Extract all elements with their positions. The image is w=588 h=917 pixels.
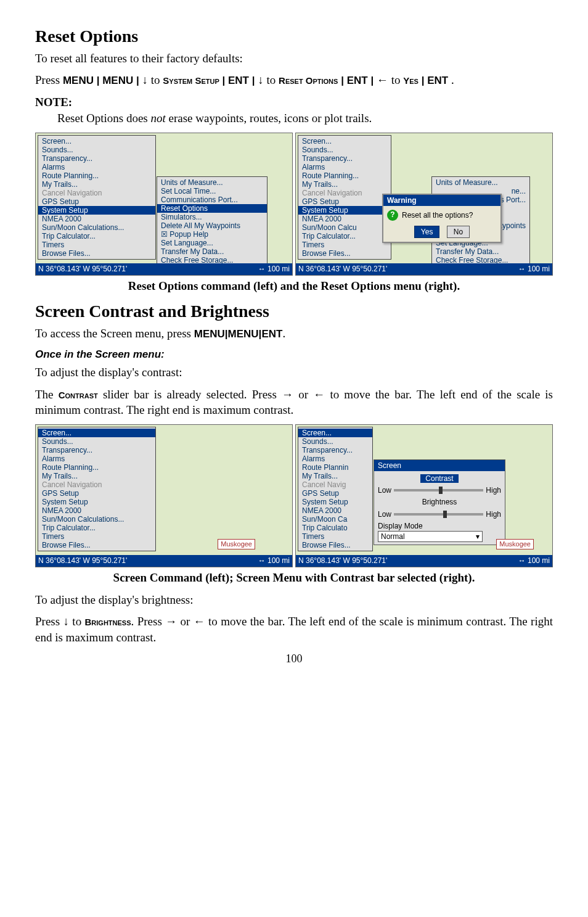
menu-item[interactable]: Sounds...: [298, 437, 372, 446]
menu-item[interactable]: Route Planning...: [298, 171, 391, 180]
contrast-slider[interactable]: Low High: [378, 485, 501, 495]
menu-item[interactable]: Sun/Moon Calculations...: [38, 223, 155, 232]
figure-screen-menu: Screen... Sounds... Transparency... Alar…: [35, 424, 553, 567]
menu-item[interactable]: Route Planning...: [38, 171, 155, 180]
submenu-item[interactable]: Transfer My Data...: [432, 247, 529, 256]
t: Press: [35, 73, 63, 86]
menu-item[interactable]: My Trails...: [38, 180, 155, 189]
menu-item[interactable]: GPS Setup: [38, 489, 155, 498]
menu-item[interactable]: GPS Setup: [298, 489, 372, 498]
menu-item[interactable]: Alarms: [298, 454, 372, 463]
adjust-contrast: To adjust the display's contrast:: [35, 364, 553, 380]
arrow-down-icon: ↓: [142, 73, 149, 86]
menu-item[interactable]: Timers: [38, 532, 155, 541]
t: .: [451, 73, 454, 86]
menu-item-screen[interactable]: Screen...: [298, 429, 372, 437]
menu-item[interactable]: Timers: [298, 532, 372, 541]
menu-item[interactable]: Sounds...: [38, 437, 155, 446]
t: To access the Screen menu, press: [35, 327, 194, 340]
screenshot-right: Screen... Sounds... Transparency... Alar…: [295, 424, 553, 567]
submenu-item-reset-options[interactable]: Reset Options: [157, 204, 267, 213]
menu-item-disabled: Cancel Navigation: [38, 189, 155, 197]
dialog-title: Screen: [374, 460, 505, 471]
key-ent: ENT: [347, 75, 368, 86]
menu-item[interactable]: Alarms: [38, 454, 155, 463]
menu-item-system-setup[interactable]: System Setup: [298, 206, 391, 215]
submenu-item[interactable]: Simulators...: [157, 213, 267, 221]
display-mode-dropdown[interactable]: Normal ▾: [378, 531, 483, 542]
menu-item[interactable]: Trip Calculator...: [298, 232, 391, 241]
smallcaps-system-setup: System Setup: [163, 75, 219, 86]
menu-item[interactable]: Sounds...: [298, 146, 391, 154]
menu-item[interactable]: My Trails...: [298, 180, 391, 189]
menu-item[interactable]: Sun/Moon Calcu: [298, 223, 391, 232]
menu-item[interactable]: NMEA 2000: [38, 215, 155, 223]
menu-item[interactable]: NMEA 2000: [38, 506, 155, 515]
menu-item[interactable]: Trip Calculator...: [38, 524, 155, 532]
menu-item[interactable]: Browse Files...: [38, 249, 155, 258]
instruction-reset: Press MENU | MENU | ↓ to System Setup | …: [35, 72, 553, 88]
coords: N 36°08.143' W 95°50.271': [38, 556, 127, 566]
menu-item[interactable]: Transparency...: [38, 154, 155, 163]
no-button[interactable]: No: [447, 226, 470, 238]
menu-item[interactable]: System Setup: [38, 498, 155, 506]
menu-item-disabled: Cancel Navig: [298, 480, 372, 489]
menu-item-screen[interactable]: Screen...: [38, 429, 155, 437]
menu-item[interactable]: Browse Files...: [298, 249, 391, 258]
menu-item[interactable]: Timers: [38, 241, 155, 249]
t: Press ↓ to: [35, 615, 85, 628]
heading-reset-options: Reset Options: [35, 25, 553, 48]
menu-item[interactable]: Trip Calculator...: [38, 232, 155, 241]
slider-track: [394, 513, 483, 516]
menu-item[interactable]: GPS Setup: [298, 197, 391, 206]
intro-reset: To reset all features to their factory d…: [35, 51, 553, 67]
submenu-item[interactable]: Transfer My Data...: [157, 247, 267, 256]
slider-thumb[interactable]: [443, 511, 447, 518]
adjust-brightness: To adjust the display's brightness:: [35, 592, 553, 608]
submenu-item[interactable]: Delete All My Waypoints: [157, 221, 267, 230]
menu-item[interactable]: Sun/Moon Calculations...: [38, 515, 155, 524]
menu-item[interactable]: Trip Calculato: [298, 524, 372, 532]
status-bar: N 36°08.143' W 95°50.271' ↔ 100 mi: [296, 555, 552, 567]
smallcaps-contrast: Contrast: [59, 390, 98, 400]
submenu-item[interactable]: Set Language...: [157, 239, 267, 247]
menu-item-system-setup[interactable]: System Setup: [38, 206, 155, 215]
high-label: High: [486, 485, 501, 495]
menu-item[interactable]: Sounds...: [38, 146, 155, 154]
menu-item[interactable]: NMEA 2000: [298, 506, 372, 515]
submenu-item[interactable]: Communications Port...: [157, 195, 267, 204]
menu-item[interactable]: My Trails...: [38, 472, 155, 480]
t: to: [267, 73, 279, 86]
sep: |: [222, 75, 225, 86]
yes-button[interactable]: Yes: [414, 226, 440, 238]
menu-item[interactable]: Transparency...: [298, 446, 372, 454]
menu-item[interactable]: Transparency...: [298, 154, 391, 163]
submenu-item[interactable]: Units of Measure...: [157, 178, 267, 187]
brightness-slider[interactable]: Low High: [378, 509, 501, 519]
menu-item[interactable]: Route Plannin: [298, 463, 372, 472]
menu-item[interactable]: Transparency...: [38, 446, 155, 454]
submenu-item[interactable]: Units of Measure...: [432, 178, 529, 187]
submenu-item[interactable]: Set Local Time...: [157, 187, 267, 195]
slider-thumb[interactable]: [439, 487, 443, 494]
menu-item[interactable]: Route Planning...: [38, 463, 155, 472]
low-label: Low: [378, 485, 391, 495]
menu-item[interactable]: Alarms: [298, 163, 391, 171]
menu-item[interactable]: GPS Setup: [38, 197, 155, 206]
menu-item[interactable]: Browse Files...: [298, 541, 372, 549]
menu-item[interactable]: Screen...: [38, 137, 155, 146]
menu-item[interactable]: NMEA 2000: [298, 215, 391, 223]
t: to: [151, 73, 163, 86]
smallcaps-reset-options: Reset Options: [279, 75, 338, 86]
submenu-item[interactable]: ☒ Popup Help: [157, 230, 267, 239]
menu-item[interactable]: Sun/Moon Ca: [298, 515, 372, 524]
high-label: High: [486, 509, 501, 519]
menu-item[interactable]: My Trails...: [298, 472, 372, 480]
menu-item[interactable]: Alarms: [38, 163, 155, 171]
main-menu: Screen... Sounds... Transparency... Alar…: [38, 427, 156, 551]
key-menu: MENU: [194, 328, 225, 340]
menu-item[interactable]: Screen...: [298, 137, 391, 146]
menu-item[interactable]: Browse Files...: [38, 541, 155, 549]
menu-item[interactable]: System Setup: [298, 498, 372, 506]
menu-item[interactable]: Timers: [298, 241, 391, 249]
